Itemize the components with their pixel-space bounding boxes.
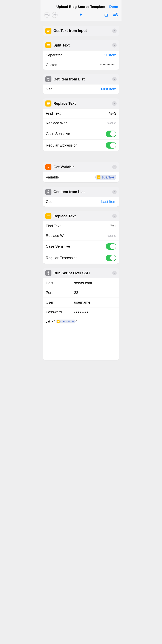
action-card-getText[interactable]: Get Text from Input [43,26,119,36]
param-label: Replace With [46,234,67,238]
settings-toggle-button[interactable] [113,13,118,17]
text-yellow-icon [45,213,51,219]
remove-action-button[interactable] [112,77,117,82]
remove-action-button[interactable] [112,165,117,169]
variable-chip[interactable]: Split Text [95,175,116,180]
param-label: Regular Expression [46,256,78,260]
param-row: Port22 [43,288,119,298]
share-button[interactable] [104,12,108,18]
param-label: Host [46,281,70,285]
action-header: Split Text [43,40,119,50]
action-card-splitText[interactable]: Split Text SeparatorCustomCustom^^^^^^^^… [43,40,119,70]
param-row: Replace Withworld [43,231,119,240]
text-yellow-icon [45,42,51,48]
param-label: Separator [46,53,62,58]
param-label: Variable [46,175,59,180]
flow-connector [81,206,81,211]
remove-action-button[interactable] [112,271,117,275]
param-label: User [46,300,70,304]
param-value[interactable]: username [74,300,90,304]
text-yellow-icon [45,100,51,106]
param-row: Case Sensitive [43,240,119,252]
action-card-replace2[interactable]: Replace Text Find Text^\s+Replace Withwo… [43,211,119,264]
param-label: Regular Expression [46,143,78,148]
action-card-ssh[interactable]: Run Script Over SSH Hostserver.comPort22… [43,268,119,360]
param-label: Password [46,310,70,314]
page-title: Upload Blog Source Template [56,5,105,9]
param-label: Case Sensitive [46,244,70,249]
param-value-link[interactable]: First Item [101,87,116,91]
toggle-switch[interactable] [106,130,116,137]
param-value[interactable]: \s+$ [109,112,116,116]
svg-point-4 [116,15,117,16]
action-header: Get Item from List [43,187,119,197]
param-label: Find Text [46,224,61,228]
script-input[interactable]: cat > " sourcePath " [43,317,119,326]
param-placeholder[interactable]: world [107,121,116,125]
action-title: Get Variable [54,165,110,169]
remove-action-button[interactable] [112,190,117,194]
param-placeholder[interactable]: world [107,234,116,238]
action-header: Replace Text [43,98,119,108]
param-label: Case Sensitive [46,132,70,136]
toggle-switch[interactable] [106,142,116,148]
action-title: Replace Text [54,102,110,106]
action-header: Get Item from List [43,74,119,84]
password-field[interactable]: •••••••• [74,310,89,314]
remove-action-button[interactable] [112,214,117,218]
remove-action-button[interactable] [112,28,117,33]
flow-gap [43,152,119,161]
action-card-getItem2[interactable]: Get Item from List GetLast Item [43,187,119,206]
gear-gray-icon [45,189,51,195]
param-value[interactable]: server.com [74,281,92,285]
workflow-canvas: Get Text from Input Split Text Separator… [41,21,121,365]
flow-connector [81,264,81,268]
done-button[interactable]: Done [109,5,118,9]
gear-gray-icon [45,270,51,276]
param-label: Get [46,87,52,91]
flow-connector [81,36,81,40]
param-row: VariableSplit Text [43,172,119,182]
remove-action-button[interactable] [112,43,117,48]
script-text: " [76,320,78,324]
param-row: GetLast Item [43,197,119,206]
action-title: Replace Text [54,214,110,218]
remove-action-button[interactable] [112,101,117,106]
action-header: Get Text from Input [43,26,119,36]
param-row: Password•••••••• [43,307,119,317]
action-card-getVar[interactable]: Get Variable VariableSplit Text [43,162,119,182]
redo-button[interactable] [52,12,58,18]
param-row: GetFirst Item [43,84,119,94]
param-row: Case Sensitive [43,128,119,140]
param-value-link[interactable]: Custom [104,53,116,58]
param-label: Get [46,200,52,204]
text-yellow-icon [45,28,51,34]
toolbar [41,10,121,21]
flow-connector [81,94,81,98]
action-card-getItem1[interactable]: Get Item from List GetFirst Item [43,74,119,94]
param-row: Find Text^\s+ [43,221,119,231]
param-value-link[interactable]: Last Item [101,200,116,204]
param-row: Find Text\s+$ [43,108,119,118]
title-bar: Upload Blog Source Template Done [41,0,121,10]
action-card-replace1[interactable]: Replace Text Find Text\s+$Replace Withwo… [43,98,119,151]
script-text: cat > " [46,320,55,324]
variable-chip[interactable]: sourcePath [56,320,76,324]
param-value[interactable]: ^^^^^^^^^^ [100,63,116,67]
param-row: Custom^^^^^^^^^^ [43,60,119,70]
param-value[interactable]: 22 [74,291,78,295]
flow-connector [81,182,81,187]
action-header: Replace Text [43,211,119,221]
param-row: Regular Expression [43,140,119,151]
play-button[interactable] [79,12,83,18]
toggle-switch[interactable] [106,255,116,261]
toggle-switch[interactable] [106,243,116,250]
param-row: Regular Expression [43,252,119,264]
action-header: Run Script Over SSH [43,268,119,278]
param-label: Custom [46,63,58,67]
undo-button[interactable] [44,12,50,18]
param-value[interactable]: ^\s+ [110,224,116,228]
action-title: Get Text from Input [54,29,110,33]
param-label: Replace With [46,121,67,125]
param-row: SeparatorCustom [43,50,119,60]
